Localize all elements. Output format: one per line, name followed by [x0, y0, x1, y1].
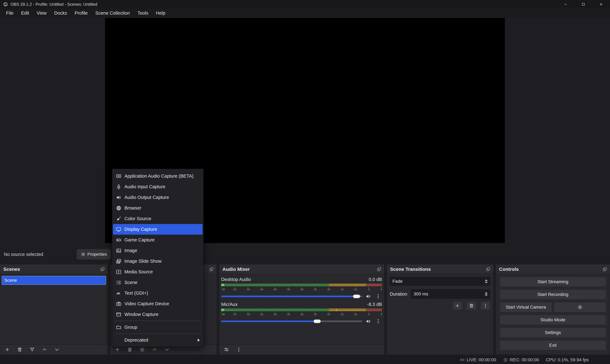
db-tick: [301, 312, 302, 313]
properties-button[interactable]: Properties: [77, 249, 111, 260]
menu-scene-collection[interactable]: Scene Collection: [92, 9, 134, 17]
db-label: -15: [340, 288, 343, 291]
menu-item-video-capture-device[interactable]: Video Capture Device: [113, 299, 203, 309]
volume-slider-handle[interactable]: [314, 320, 321, 323]
filters-button[interactable]: [27, 345, 37, 354]
popout-icon[interactable]: [100, 267, 105, 272]
menu-edit[interactable]: Edit: [17, 9, 33, 17]
popout-icon[interactable]: [486, 267, 490, 272]
db-label: -10: [353, 313, 357, 316]
channel-options-button[interactable]: [374, 293, 382, 300]
broadcast-icon: [460, 357, 465, 362]
spinbox-arrows-icon[interactable]: [484, 292, 488, 296]
folder-icon: [116, 324, 122, 330]
mic-icon: [116, 184, 122, 190]
menu-item-label: Deprecated: [124, 338, 148, 343]
menu-item-browser[interactable]: Browser: [113, 203, 203, 213]
audio-settings-icon: [224, 347, 229, 352]
menu-item-window-capture[interactable]: Window Capture: [113, 309, 203, 320]
spinner-up-icon[interactable]: [485, 279, 488, 281]
menu-separator: [115, 321, 201, 321]
close-button[interactable]: [592, 0, 610, 9]
start-recording-button[interactable]: Start Recording: [500, 289, 606, 299]
transition-select[interactable]: Fade: [390, 277, 490, 286]
start-streaming-button[interactable]: Start Streaming: [500, 277, 606, 287]
menu-item-audio-input-capture[interactable]: Audio Input Capture: [113, 182, 203, 192]
more-button[interactable]: [234, 345, 244, 354]
popout-icon[interactable]: [377, 267, 381, 272]
transition-buttons: [390, 302, 490, 310]
settings-button[interactable]: Settings: [500, 328, 606, 338]
scene-icon: [116, 279, 122, 286]
mute-button[interactable]: [365, 293, 372, 300]
channel-volume-db: 0.0 dB: [369, 277, 382, 282]
menu-view[interactable]: View: [33, 9, 50, 17]
globe-icon: [116, 205, 122, 211]
menu-item-game-capture[interactable]: Game Capture: [113, 235, 203, 245]
menu-item-image-slide-show[interactable]: Image Slide Show: [113, 256, 203, 267]
cpu-status: CPU: 0.1%, 59.94 fps: [546, 357, 589, 363]
menu-item-media-source[interactable]: Media Source: [113, 267, 203, 277]
properties-button-label: Properties: [87, 252, 107, 257]
add-button[interactable]: [453, 302, 462, 310]
db-tick: [275, 312, 275, 313]
minimize-button[interactable]: [557, 0, 574, 9]
menu-help[interactable]: Help: [152, 9, 169, 17]
start-virtual-camera-button[interactable]: Start Virtual Camera: [500, 302, 552, 312]
menu-item-deprecated[interactable]: Deprecated: [113, 335, 203, 345]
menu-item-image[interactable]: Image: [113, 245, 203, 256]
menu-tools[interactable]: Tools: [134, 9, 152, 17]
db-label: -40: [273, 288, 277, 291]
menu-item-scene[interactable]: Scene: [113, 277, 203, 288]
spinner-down-icon[interactable]: [485, 282, 488, 283]
menu-item-group[interactable]: Group: [113, 322, 203, 333]
exit-button[interactable]: Exit: [500, 340, 606, 350]
maximize-button[interactable]: [574, 0, 592, 9]
db-label: -40: [273, 313, 277, 316]
audio-mixer-channels: Desktop Audio0.0 dB-60-55-50-45-40-35-30…: [219, 274, 384, 344]
meter-bar: [221, 285, 382, 286]
menu-item-audio-output-capture[interactable]: Audio Output Capture: [113, 192, 203, 203]
db-tick: [234, 312, 235, 313]
menu-item-label: Application Audio Capture (BETA): [124, 173, 193, 179]
add-icon: [455, 303, 460, 308]
menu-item-text-gdi[interactable]: abText (GDI+): [113, 288, 203, 299]
more-button[interactable]: [480, 302, 490, 310]
menu-file[interactable]: File: [2, 9, 17, 17]
spinner-up-icon[interactable]: [485, 292, 488, 294]
volume-slider[interactable]: [221, 321, 362, 322]
menu-item-color-source[interactable]: Color Source: [113, 213, 203, 224]
popout-icon[interactable]: [603, 267, 607, 272]
title-bar: OBS 29.1.2 - Profile: Untitled - Scenes:…: [0, 0, 610, 9]
menu-profile[interactable]: Profile: [71, 9, 92, 17]
audio-settings-button[interactable]: [221, 345, 232, 354]
text-icon: ab: [116, 290, 122, 296]
db-label: -60: [221, 313, 225, 316]
menu-docks[interactable]: Docks: [50, 9, 71, 17]
popout-icon[interactable]: [209, 267, 214, 272]
db-scale: -60-55-50-45-40-35-30-25-20-15-10-50: [221, 288, 382, 292]
combo-arrows-icon[interactable]: [484, 279, 488, 283]
volume-slider[interactable]: [221, 296, 362, 297]
add-source-menu: Application Audio Capture (BETA)Audio In…: [112, 169, 203, 347]
volume-meter: [221, 309, 382, 311]
duration-input[interactable]: 300 ms: [411, 289, 490, 299]
move-down-button[interactable]: [52, 345, 62, 354]
move-up-button[interactable]: [39, 345, 50, 354]
channel-options-button[interactable]: [374, 318, 382, 325]
remove-button[interactable]: [466, 302, 476, 310]
volume-slider-handle[interactable]: [353, 295, 360, 298]
mute-button[interactable]: [365, 318, 372, 325]
virtual-camera-settings-button[interactable]: [554, 302, 606, 312]
menu-item-display-capture[interactable]: Display Capture: [113, 224, 203, 235]
close-icon: [599, 2, 603, 6]
add-button[interactable]: [2, 345, 13, 354]
menu-item-label: Group: [124, 325, 137, 330]
menu-item-application-audio-capture-beta[interactable]: Application Audio Capture (BETA): [113, 171, 203, 182]
dock-area: Scenes Scene Sources Audio Mixer Desktop…: [0, 264, 610, 355]
studio-mode-button[interactable]: Studio Mode: [500, 315, 606, 325]
scene-item[interactable]: Scene: [2, 276, 106, 285]
spinner-down-icon[interactable]: [485, 295, 488, 296]
remove-button[interactable]: [14, 345, 25, 354]
controls-dock-header: Controls: [496, 264, 610, 274]
